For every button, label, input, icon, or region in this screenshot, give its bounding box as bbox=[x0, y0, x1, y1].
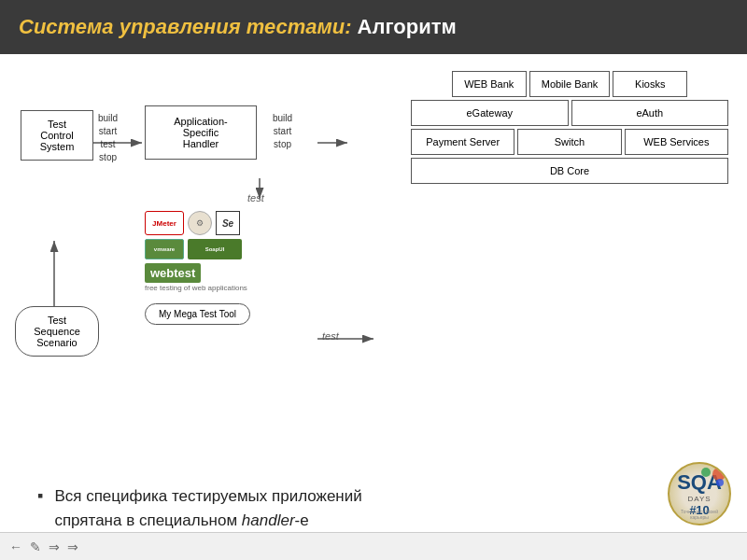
test-sequence-label: Test SequenceScenario bbox=[34, 315, 80, 348]
nav-icons: ← ✎ ⇒ ⇒ bbox=[9, 539, 78, 554]
mobile-bank-box: Mobile Bank bbox=[529, 71, 611, 97]
bullet-item-1: ▪ Вся специфика тестируемых приложенийсп… bbox=[37, 484, 710, 532]
handler-label: Application-SpecificHandler bbox=[174, 116, 227, 149]
nav-end-icon[interactable]: ⇒ bbox=[67, 539, 78, 554]
vmware-logo: vmware bbox=[145, 239, 184, 259]
egateway-label: eGateway bbox=[466, 107, 513, 119]
header-title-bold: Система управления тестами: bbox=[19, 15, 352, 39]
eauth-label: eAuth bbox=[636, 107, 663, 119]
tools-area: JMeter ⚙ Se vmware SoapUI bbox=[145, 211, 299, 325]
jmeter-logo: JMeter bbox=[145, 211, 184, 235]
nav-edit-icon[interactable]: ✎ bbox=[30, 539, 41, 554]
webtest-tagline: free testing of web applications bbox=[145, 284, 299, 292]
pyramid-section: WEB Bank Mobile Bank Kiosks eGateway eAu… bbox=[411, 71, 728, 187]
pyramid-row-1: WEB Bank Mobile Bank Kiosks bbox=[411, 71, 728, 97]
egateway-box: eGateway bbox=[411, 100, 569, 126]
eauth-box: eAuth bbox=[571, 100, 729, 126]
content-area: TestControlSystem Test SequenceScenario … bbox=[0, 54, 747, 560]
handler-box: Application-SpecificHandler bbox=[145, 105, 266, 160]
web-services-box: WEB Services bbox=[625, 129, 728, 155]
db-core-box: DB Core bbox=[411, 158, 728, 184]
test-control-box: TestControlSystem bbox=[21, 110, 93, 161]
bottom-nav: ← ✎ ⇒ ⇒ bbox=[0, 532, 747, 560]
pyramid-row-4: DB Core bbox=[411, 158, 728, 184]
nav-back-icon[interactable]: ← bbox=[9, 539, 22, 554]
kiosks-box: Kiosks bbox=[613, 71, 687, 97]
sqa-tagline: Точно рост твоей карьеры bbox=[669, 509, 729, 520]
test-control-label: TestControlSystem bbox=[40, 119, 75, 152]
test-sequence-box: Test SequenceScenario bbox=[15, 306, 99, 357]
web-services-label: WEB Services bbox=[643, 136, 709, 147]
webtest-logo-area: webtest free testing of web applications bbox=[145, 263, 299, 292]
header: Система управления тестами: Алгоритм bbox=[0, 0, 747, 54]
diagram-area: TestControlSystem Test SequenceScenario … bbox=[0, 54, 747, 418]
mega-test-container: My Mega Test Tool bbox=[145, 298, 299, 325]
bullet-icon: ▪ bbox=[37, 486, 43, 506]
bullet-section: ▪ Вся специфика тестируемых приложенийсп… bbox=[37, 484, 710, 532]
sqa-circle: SQA DAYS #10 Точно рост твоей карьеры bbox=[668, 462, 731, 525]
kiosks-label: Kiosks bbox=[635, 78, 665, 90]
db-core-label: DB Core bbox=[550, 165, 589, 176]
payment-server-box: Payment Server bbox=[411, 129, 514, 155]
switch-label: Switch bbox=[555, 136, 585, 147]
test-label-1: test bbox=[247, 192, 264, 203]
mobile-bank-label: Mobile Bank bbox=[542, 78, 599, 90]
header-title-normal: Алгоритм bbox=[358, 15, 457, 39]
sqa-days-text: DAYS bbox=[687, 495, 711, 503]
pyramid-row-3: Payment Server Switch WEB Services bbox=[411, 129, 728, 155]
test-label-2: test bbox=[322, 330, 339, 342]
payment-server-label: Payment Server bbox=[426, 136, 500, 147]
bullet-text: Вся специфика тестируемых приложенийспря… bbox=[54, 484, 361, 532]
mega-test-box: My Mega Test Tool bbox=[145, 303, 250, 325]
round-logo: ⚙ bbox=[188, 211, 212, 235]
web-bank-box: WEB Bank bbox=[452, 71, 527, 97]
sqa-logo: SQA DAYS #10 Точно рост твоей карьеры bbox=[668, 462, 733, 527]
pyramid-row-2: eGateway eAuth bbox=[411, 100, 728, 126]
selenium-logo: Se bbox=[216, 211, 240, 235]
build-label-2: buildstartstop bbox=[273, 112, 292, 151]
tool-row-2: vmware SoapUI bbox=[145, 239, 299, 259]
soapui-logo: SoapUI bbox=[188, 239, 242, 259]
tool-row-1: JMeter ⚙ Se bbox=[145, 211, 299, 235]
webtest-logo: webtest bbox=[145, 263, 201, 283]
build-label-1: buildstartteststop bbox=[98, 112, 118, 164]
nav-forward-icon[interactable]: ⇒ bbox=[49, 539, 60, 554]
switch-box: Switch bbox=[517, 129, 621, 155]
mega-test-label: My Mega Test Tool bbox=[159, 309, 236, 319]
web-bank-label: WEB Bank bbox=[464, 78, 514, 90]
